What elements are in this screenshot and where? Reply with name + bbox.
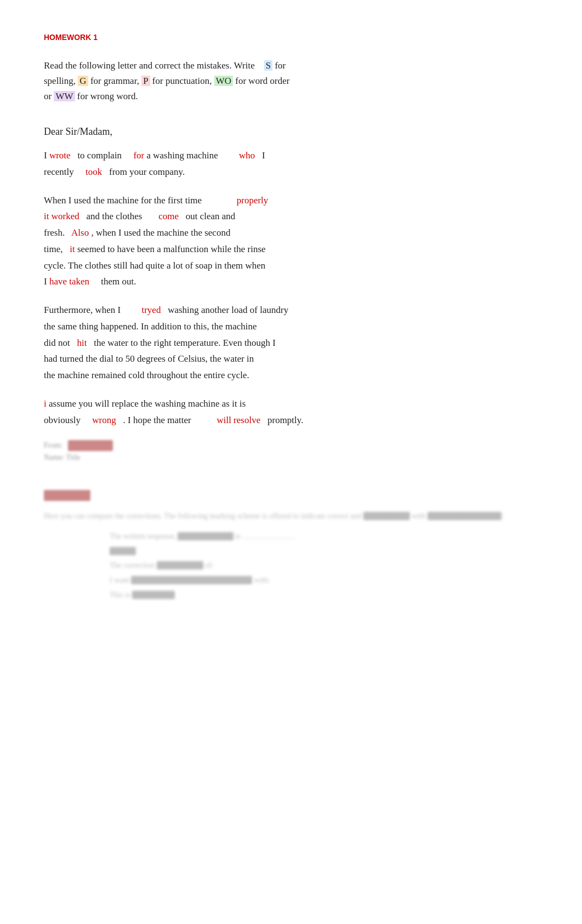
p2-have-taken: have taken: [49, 276, 89, 287]
ww-label: WW: [54, 91, 75, 101]
answer-intro: Here you can compare the corrections. Th…: [44, 510, 538, 523]
p1-recently: recently: [44, 167, 85, 177]
p3-text5: the water to the right temperature. Even…: [89, 338, 276, 348]
p4-promptly: promptly.: [263, 415, 303, 425]
p1-text4: from your company.: [104, 167, 185, 177]
p-label: P: [141, 76, 150, 86]
p1-text1: to complain: [73, 150, 133, 161]
p2-i: I: [44, 276, 49, 287]
p1-who: who: [239, 150, 255, 161]
p2-text1: When I used the machine for the first ti…: [44, 195, 237, 206]
salutation: Dear Sir/Madam,: [44, 126, 538, 138]
p2-text3: out clean and: [181, 211, 235, 221]
p2-it-worked: it worked: [44, 211, 79, 221]
answer-list-item-3: The correction to the spelling of:: [110, 558, 538, 573]
p1-text2: a washing machine: [146, 150, 239, 161]
p1-text3: I: [258, 150, 265, 161]
p2-time: time,: [44, 244, 70, 254]
p1-i: I: [44, 150, 49, 161]
spelling-label: spelling,: [44, 76, 78, 86]
answer-list-item-2: answer.: [110, 544, 538, 559]
answer-section: ANSWERS Here you can compare the correct…: [44, 489, 538, 602]
p1-took: took: [85, 167, 102, 177]
s-label: S: [264, 60, 272, 71]
instructions-text-start: Read the following letter and correct th…: [44, 60, 255, 71]
answer-list-item-5: This is your answer.: [110, 588, 538, 603]
p3-hit: hit: [77, 338, 87, 348]
p-desc: for punctuation,: [152, 76, 214, 86]
paragraph-4: i assume you will replace the washing ma…: [44, 396, 538, 429]
g-label: G: [78, 76, 88, 86]
g-desc: for grammar,: [90, 76, 141, 86]
p2-also: Also: [71, 227, 89, 238]
wo-label: WO: [214, 76, 233, 86]
p4-text1: assume you will replace the washing mach…: [49, 398, 246, 409]
p3-text3: the same thing happened. In addition to …: [44, 321, 257, 332]
p4-wrong: wrong: [92, 415, 116, 425]
p2-text6: cycle. The clothes still had quite a lot…: [44, 260, 265, 271]
sig-name-label: Name: Title: [44, 453, 81, 462]
sig-from-line: From: REDACTED: [44, 440, 538, 451]
answer-list-item-4: I want to correct the wrong word/punctua…: [110, 573, 538, 588]
p4-obviously: obviously: [44, 415, 92, 425]
p3-text6: had turned the dial to 50 degrees of Cel…: [44, 353, 254, 364]
p3-tryed: tryed: [141, 305, 161, 315]
sig-name-line: Name: Title: [44, 453, 538, 462]
p1-for: for: [133, 150, 144, 161]
sig-from-value: REDACTED: [68, 440, 112, 451]
p4-will-resolve: will resolve: [216, 415, 260, 425]
p2-text2: and the clothes: [82, 211, 158, 221]
p2-properly: properly: [237, 195, 269, 206]
signature-area: From: REDACTED Name: Title: [44, 440, 538, 462]
p4-text2: . I hope the matter: [118, 415, 216, 425]
sig-from-label: From:: [44, 441, 62, 450]
paragraph-1: I wrote to complain for a washing machin…: [44, 147, 538, 180]
p3-text4: did not: [44, 338, 77, 348]
p3-text7: the machine remained cold throughout the…: [44, 370, 249, 380]
p2-it: it: [70, 244, 75, 254]
p2-text7: them out.: [92, 276, 136, 287]
wo-desc: for word order: [235, 76, 289, 86]
p3-text1: Furthermore, when I: [44, 305, 141, 315]
p2-come: come: [158, 211, 179, 221]
ww-desc: for wrong word.: [77, 91, 138, 101]
instructions: Read the following letter and correct th…: [44, 58, 538, 104]
p3-text2: washing another load of laundry: [163, 305, 289, 315]
s-desc: for: [275, 60, 286, 71]
p2-fresh: fresh.: [44, 227, 71, 238]
paragraph-2: When I used the machine for the first ti…: [44, 192, 538, 290]
or-text: or: [44, 91, 54, 101]
answer-title: ANSWERS: [44, 490, 90, 501]
paragraph-3: Furthermore, when I tryed washing anothe…: [44, 302, 538, 384]
answer-list: The written response, spelling, writing,…: [110, 529, 538, 602]
p4-i: i: [44, 398, 47, 409]
letter-section: Dear Sir/Madam, I wrote to complain for …: [44, 126, 538, 462]
answer-list-item-1: The written response, spelling, writing,…: [110, 529, 538, 544]
p2-text5: seemed to have been a malfunction while …: [77, 244, 266, 254]
homework-title: HOMEWORK 1: [44, 33, 538, 42]
p2-text4: , when I used the machine the second: [91, 227, 230, 238]
p1-wrote: wrote: [49, 150, 71, 161]
